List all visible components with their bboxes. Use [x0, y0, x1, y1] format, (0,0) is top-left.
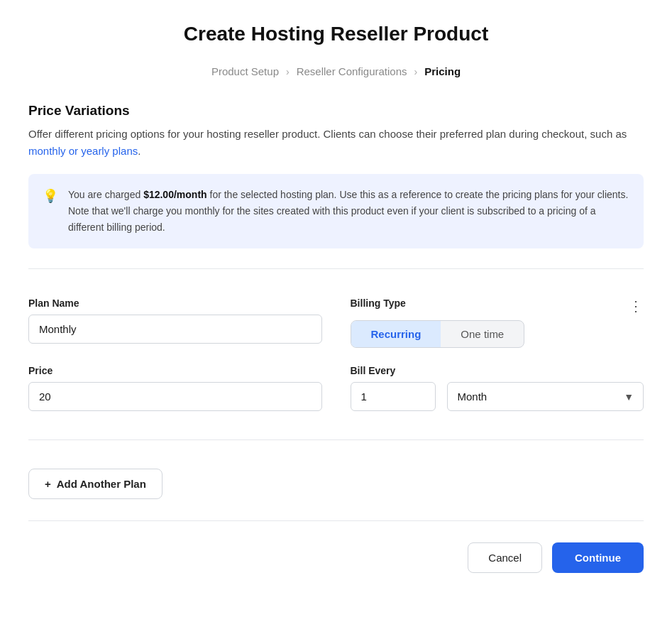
add-plan-plus-icon: + [45, 478, 51, 490]
bill-every-label: Bill Every [351, 365, 436, 376]
billing-type-label: Billing Type [351, 297, 406, 309]
bill-every-number-input[interactable] [351, 382, 436, 411]
divider-mid [28, 439, 644, 440]
bill-every-unit-select-wrapper: Day Week Month Year ▼ [447, 382, 644, 411]
divider-top [28, 268, 644, 269]
breadcrumb-reseller-config: Reseller Configurations [297, 65, 407, 77]
price-group: Price [28, 365, 322, 411]
bottom-actions: Cancel Continue [28, 520, 644, 573]
breadcrumb-arrow-2: › [414, 66, 418, 77]
plan-name-input[interactable] [28, 315, 322, 344]
price-row: Price Bill Every Day Week Month Year [28, 365, 644, 411]
breadcrumb-product-setup: Product Setup [211, 65, 279, 77]
bill-every-unit-group: Day Week Month Year ▼ [447, 365, 644, 411]
bill-every-number-group: Bill Every [351, 365, 436, 411]
section-title-price-variations: Price Variations [28, 103, 644, 119]
price-input[interactable] [28, 382, 322, 411]
breadcrumb-arrow-1: › [286, 66, 290, 77]
section-description: Offer different pricing options for your… [28, 126, 644, 160]
bill-every-group: Bill Every Day Week Month Year ▼ [351, 365, 644, 411]
toggle-one-time[interactable]: One time [441, 321, 524, 347]
bill-every-unit-select[interactable]: Day Week Month Year [447, 382, 644, 411]
billing-type-group: Billing Type ⋮ Recurring One time [351, 297, 644, 348]
plan-name-label: Plan Name [28, 297, 322, 309]
info-icon: 💡 [43, 188, 58, 204]
cancel-button[interactable]: Cancel [468, 542, 542, 573]
billing-toggle-group: Recurring One time [351, 320, 525, 348]
breadcrumb-pricing: Pricing [424, 65, 461, 77]
continue-button[interactable]: Continue [552, 542, 644, 573]
plan-top-row: Plan Name Billing Type ⋮ Recurring One t… [28, 297, 644, 348]
three-dots-menu[interactable]: ⋮ [629, 299, 644, 313]
toggle-recurring[interactable]: Recurring [351, 321, 441, 347]
info-text: You are charged $12.00/month for the sel… [68, 187, 629, 236]
add-plan-label: Add Another Plan [57, 478, 146, 490]
price-label: Price [28, 365, 322, 376]
breadcrumb: Product Setup › Reseller Configurations … [28, 65, 644, 77]
info-box: 💡 You are charged $12.00/month for the s… [28, 174, 644, 248]
plan-section: Plan Name Billing Type ⋮ Recurring One t… [28, 283, 644, 425]
plan-name-group: Plan Name [28, 297, 322, 344]
add-another-plan-button[interactable]: + Add Another Plan [28, 469, 163, 499]
page-title: Create Hosting Reseller Product [28, 23, 644, 45]
bill-every-unit-label [447, 365, 644, 376]
monthly-yearly-link[interactable]: monthly or yearly plans [28, 145, 138, 157]
